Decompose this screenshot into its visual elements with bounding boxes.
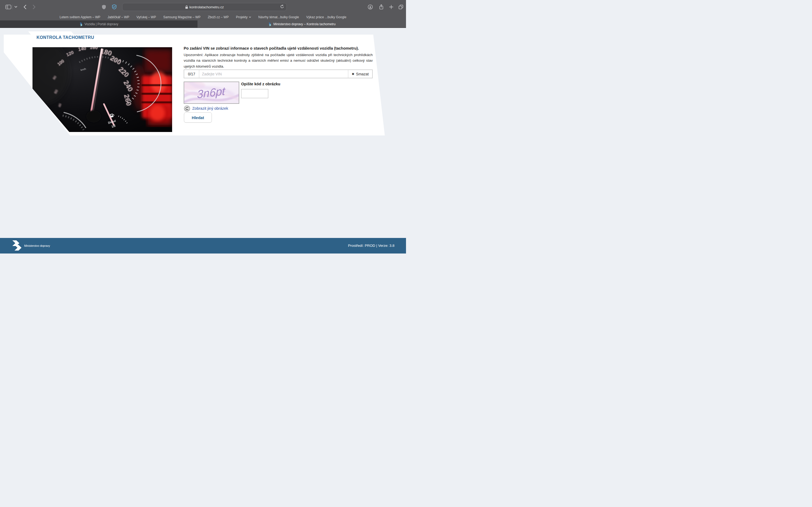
footer-ministry-label: Ministerstvo dopravy <box>24 244 50 247</box>
favorites-bar: Letem světem Applem – WP Jablíčkář – WP … <box>0 14 406 20</box>
favorite-label: Vyťukej – WP <box>137 15 156 19</box>
share-button[interactable] <box>378 3 385 10</box>
tab-overview-button[interactable] <box>397 3 404 10</box>
favorite-label: Projekty <box>236 15 248 19</box>
address-bar[interactable]: kontrolatachometru.cz <box>122 3 287 11</box>
shield-icon <box>101 5 106 10</box>
reload-button[interactable] <box>280 5 284 10</box>
reload-icon <box>280 5 284 9</box>
tab-title: Ministerstvo dopravy – Kontrola tachomet… <box>273 22 336 26</box>
chevron-down-icon <box>14 6 17 8</box>
favorite-label: Zboží.cz – WP <box>208 15 229 19</box>
extension-adguard-button[interactable] <box>111 3 118 10</box>
favicon-ministry-icon <box>268 22 271 26</box>
clear-vin-button[interactable]: ✖ Smazat <box>348 70 372 78</box>
chevron-down-icon <box>249 16 251 18</box>
shield-check-icon <box>112 4 117 10</box>
x-icon: ✖ <box>352 72 354 76</box>
refresh-captcha-link[interactable]: Zobrazit jiný obrázek <box>184 105 228 112</box>
refresh-icon <box>184 105 190 112</box>
intro-text: Po zadání VIN se zobrazí informace o sta… <box>184 46 377 50</box>
sidebar-toggle-button[interactable] <box>5 3 12 10</box>
lock-icon <box>185 5 188 9</box>
favorite-label: Letem světem Applem – WP <box>60 15 100 19</box>
captcha-label: Opište kód z obrázku <box>241 82 280 86</box>
favorite-label: Jablíčkář – WP <box>108 15 130 19</box>
captcha-image: 3n6pt <box>184 81 239 104</box>
url-text: kontrolatachometru.cz <box>190 5 224 9</box>
plus-icon <box>389 5 393 9</box>
favorite-samsung-magazine[interactable]: Samsung Magazine – WP <box>163 15 201 19</box>
favorite-label: Návrhy témat...bulky Google <box>258 15 299 19</box>
new-tab-button[interactable] <box>388 3 395 10</box>
search-button[interactable]: Hledat <box>184 112 212 123</box>
speedometer-number: 160 <box>90 47 98 50</box>
ministry-logo-icon <box>12 240 22 251</box>
sidebar-icon <box>5 5 11 9</box>
vin-input-group: 0/17 ✖ Smazat <box>184 69 373 78</box>
back-arrow-icon <box>23 5 27 9</box>
footer: Ministerstvo dopravy Prostředí: PROD | V… <box>0 238 406 253</box>
vin-counter: 0/17 <box>184 70 199 78</box>
tab-title: Vozidla | Portál dopravy <box>85 22 118 26</box>
favorite-jablickar[interactable]: Jablíčkář – WP <box>108 15 130 19</box>
page-title: KONTROLA TACHOMETRU <box>37 35 94 40</box>
favorite-letem-svetem-applem[interactable]: Letem světem Applem – WP <box>60 15 100 19</box>
favorite-zbozi[interactable]: Zboží.cz – WP <box>208 15 229 19</box>
tab-bar: Vozidla | Portál dopravy Ministerstvo do… <box>0 20 406 28</box>
captcha-graphic: 3n6pt <box>184 82 239 103</box>
extension-blocker-button[interactable] <box>100 3 107 10</box>
clear-vin-label: Smazat <box>356 72 369 76</box>
sidebar-chevron-button[interactable] <box>12 3 19 10</box>
favorite-vytukej[interactable]: Vyťukej – WP <box>137 15 156 19</box>
forward-arrow-icon <box>33 5 36 9</box>
favorite-navrhy-temat[interactable]: Návrhy témat...bulky Google <box>258 15 299 19</box>
footer-environment-version: Prostředí: PROD | Verze: 3.8 <box>348 243 395 247</box>
tabs-icon <box>398 4 404 10</box>
captcha-input[interactable] <box>241 89 268 98</box>
download-icon <box>368 4 373 10</box>
forward-button[interactable] <box>31 3 38 10</box>
downloads-button[interactable] <box>367 3 374 10</box>
favicon-ministry-icon <box>79 22 83 26</box>
vin-input[interactable] <box>199 70 348 78</box>
favorite-label: Samsung Magazine – WP <box>163 15 201 19</box>
favorite-vykaz-prace[interactable]: Výkaz práce ...bulky Google <box>306 15 346 19</box>
back-button[interactable] <box>21 3 29 10</box>
warning-text: Upozornění: Aplikace zobrazuje hodnoty z… <box>184 52 373 69</box>
tab-vozidla-portal-dopravy[interactable]: Vozidla | Portál dopravy <box>0 20 197 27</box>
browser-toolbar: kontrolatachometru.cz <box>0 0 406 14</box>
refresh-captcha-label[interactable]: Zobrazit jiný obrázek <box>192 106 228 111</box>
favorite-folder-projekty[interactable]: Projekty <box>236 15 251 19</box>
favorite-label: Výkaz práce ...bulky Google <box>306 15 346 19</box>
tab-kontrola-tachometru[interactable]: Ministerstvo dopravy – Kontrola tachomet… <box>197 20 406 27</box>
share-icon <box>379 4 384 10</box>
